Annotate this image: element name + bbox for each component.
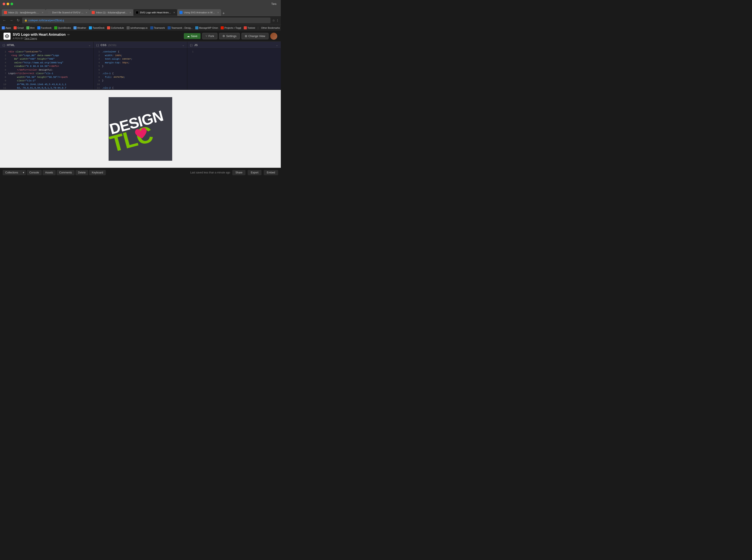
back-button[interactable]: ← bbox=[2, 18, 7, 23]
share-label: Share bbox=[235, 171, 243, 174]
tab-label: Inbox (1) - tlcbytara@gmail.co... bbox=[96, 11, 128, 14]
css-icon: { } bbox=[96, 44, 99, 47]
tab-favicon bbox=[4, 11, 7, 14]
title-bar: Tara bbox=[0, 0, 281, 8]
bookmark-favicon bbox=[89, 26, 92, 29]
bookmark-managewp[interactable]: ManageWP Orion bbox=[195, 26, 218, 29]
code-line: 11 02,-79,6,91,8,94,0,0,1,3,79-64,8.7 bbox=[0, 86, 94, 90]
embed-button[interactable]: Embed bbox=[264, 170, 278, 175]
tab-svg-anim[interactable]: Using SVG Animation in Word... ✕ bbox=[177, 9, 221, 16]
html-icon: { } bbox=[3, 44, 5, 47]
comments-button[interactable]: Comments bbox=[57, 170, 75, 175]
code-line: 7.cls-1 { bbox=[94, 72, 187, 76]
bookmark-favicon bbox=[54, 26, 57, 29]
bookmark-label: Todoist bbox=[248, 26, 255, 29]
code-line: 1 bbox=[187, 50, 281, 54]
code-line: 11.cls-2 { bbox=[94, 86, 187, 90]
bookmark-mint[interactable]: Mint bbox=[26, 26, 35, 29]
author-link[interactable]: Tara Claeys bbox=[24, 37, 37, 40]
share-button[interactable]: Share bbox=[232, 170, 246, 175]
keyboard-button[interactable]: Keyboard bbox=[89, 170, 105, 175]
tab-close-icon[interactable]: ✕ bbox=[217, 12, 219, 14]
bookmark-weather[interactable]: Weather bbox=[74, 26, 86, 29]
settings-button[interactable]: ⚙ Settings bbox=[219, 33, 240, 39]
bookmark-favicon bbox=[107, 26, 110, 29]
code-line: 8 fill: #47475e; bbox=[94, 76, 187, 79]
console-button[interactable]: Console bbox=[27, 170, 42, 175]
editors-row: { } HTML ⌄ 1<div class="container"> 2 <s… bbox=[0, 42, 281, 90]
tab-close-icon[interactable]: ✕ bbox=[85, 12, 87, 14]
bookmark-teamwork-design[interactable]: Teamwork - Desig... bbox=[168, 26, 193, 29]
tab-gmail-1[interactable]: Inbox (1) - tara@designtlc.com... ✕ bbox=[2, 9, 46, 16]
js-editor-body[interactable]: 1 bbox=[187, 49, 281, 90]
tab-favicon bbox=[136, 11, 139, 14]
codepen-header: SVG Logo with Heart Animation ✏ A PEN BY… bbox=[0, 31, 281, 42]
forward-button[interactable]: → bbox=[9, 18, 14, 23]
css-lang-label: CSS bbox=[100, 43, 107, 47]
collections-dropdown-button[interactable]: ▾ bbox=[21, 170, 26, 175]
tab-close-icon[interactable]: ✕ bbox=[173, 12, 175, 14]
tab-close-icon[interactable]: ✕ bbox=[42, 12, 43, 14]
tab-codepen-active[interactable]: SVG Logo with Heart Animatio... ✕ bbox=[133, 9, 177, 16]
bookmark-toggl[interactable]: Projects • Toggl bbox=[221, 26, 241, 29]
save-button[interactable]: ☁ Save bbox=[184, 33, 200, 39]
new-tab-button[interactable]: + bbox=[221, 11, 226, 16]
bookmark-label: Gmail bbox=[17, 26, 24, 29]
html-collapse-button[interactable]: ⌄ bbox=[89, 43, 91, 47]
bookmark-teamwork[interactable]: Teamwork bbox=[150, 26, 165, 29]
assets-button[interactable]: Assets bbox=[42, 170, 56, 175]
bookmark-coschedule[interactable]: CoSchedule bbox=[107, 26, 124, 29]
header-actions: ☁ Save ⑂ Fork ⚙ Settings ⊞ Change View bbox=[184, 33, 277, 40]
code-line: 3 text-align: center; bbox=[94, 57, 187, 61]
code-line: 1.container { bbox=[94, 50, 187, 54]
html-editor-body[interactable]: 1<div class="container"> 2 <svg id="Logo… bbox=[0, 49, 94, 90]
tab-gmail-2[interactable]: Inbox (1) - tlcbytara@gmail.co... ✕ bbox=[90, 9, 133, 16]
code-line: 1<div class="container"> bbox=[0, 50, 94, 54]
js-collapse-button[interactable]: ⌄ bbox=[276, 43, 278, 47]
user-avatar[interactable] bbox=[270, 33, 277, 40]
bookmark-tweetdeck[interactable]: TweetDeck bbox=[89, 26, 104, 29]
change-view-button[interactable]: ⊞ Change View bbox=[242, 33, 269, 39]
css-editor-body[interactable]: 1.container { 2 width: 100%; 3 text-alig… bbox=[94, 49, 187, 90]
bookmark-label: QuickBooks bbox=[58, 26, 71, 29]
collections-button[interactable]: Collections bbox=[3, 170, 21, 175]
bookmark-apps[interactable]: Apps bbox=[2, 26, 11, 29]
edit-title-icon[interactable]: ✏ bbox=[68, 33, 70, 36]
code-line: 9} bbox=[94, 79, 187, 83]
browser-action-icons: ☆ ⋮ bbox=[272, 19, 279, 22]
css-collapse-button[interactable]: ⌄ bbox=[182, 43, 185, 47]
logo-area: SVG Logo with Heart Animation ✏ A PEN BY… bbox=[3, 33, 70, 40]
bookmark-gmail[interactable]: Gmail bbox=[14, 26, 24, 29]
js-lang-label: JS bbox=[194, 43, 198, 47]
js-editor-header: { } JS ⌄ bbox=[187, 42, 281, 49]
bookmark-quickbooks[interactable]: QuickBooks bbox=[54, 26, 71, 29]
fullscreen-button[interactable] bbox=[11, 3, 13, 5]
bookmark-label: Teamwork - Desig... bbox=[171, 26, 193, 29]
url-input[interactable]: 🔒 codepen.io/tlctara/pen/ZBzaLq bbox=[22, 18, 270, 23]
bookmark-facebook[interactable]: Facebook bbox=[37, 26, 52, 29]
reload-button[interactable]: ↻ bbox=[16, 18, 20, 23]
minimize-button[interactable] bbox=[6, 3, 9, 5]
bookmark-todoist[interactable]: Todoist bbox=[244, 26, 255, 29]
delete-button[interactable]: Delete bbox=[75, 170, 89, 175]
code-line: 6 </defs><title> DesignTLC- bbox=[0, 68, 94, 72]
export-button[interactable]: Export bbox=[248, 170, 262, 175]
editor-header-left: { } CSS (SCSS) bbox=[96, 43, 116, 47]
bookmark-favicon bbox=[37, 26, 40, 29]
bookmark-wireframe[interactable]: wireframeapp.io bbox=[127, 26, 148, 29]
code-line: 10 bbox=[94, 83, 187, 86]
codepen-app: SVG Logo with Heart Animation ✏ A PEN BY… bbox=[0, 31, 281, 177]
codepen-logo[interactable] bbox=[3, 33, 11, 40]
bookmark-label: ManageWP Orion bbox=[199, 26, 218, 29]
fork-button[interactable]: ⑂ Fork bbox=[202, 33, 217, 39]
save-label: Save bbox=[191, 35, 197, 38]
preview-logo: DESIGN TLC bbox=[109, 97, 172, 161]
tab-label: Don't Be Scared of SVG's! Co... bbox=[52, 11, 84, 14]
tab-scared[interactable]: Don't Be Scared of SVG's! Co... ✕ bbox=[46, 9, 90, 16]
tab-close-icon[interactable]: ✕ bbox=[130, 12, 131, 14]
close-button[interactable] bbox=[3, 3, 5, 5]
bookmark-other[interactable]: Other Bookmarks bbox=[261, 26, 280, 29]
project-info: SVG Logo with Heart Animation ✏ A PEN BY… bbox=[13, 33, 70, 40]
address-bar: ← → ↻ 🔒 codepen.io/tlctara/pen/ZBzaLq ☆ … bbox=[0, 16, 281, 24]
bookmark-favicon bbox=[244, 26, 247, 29]
